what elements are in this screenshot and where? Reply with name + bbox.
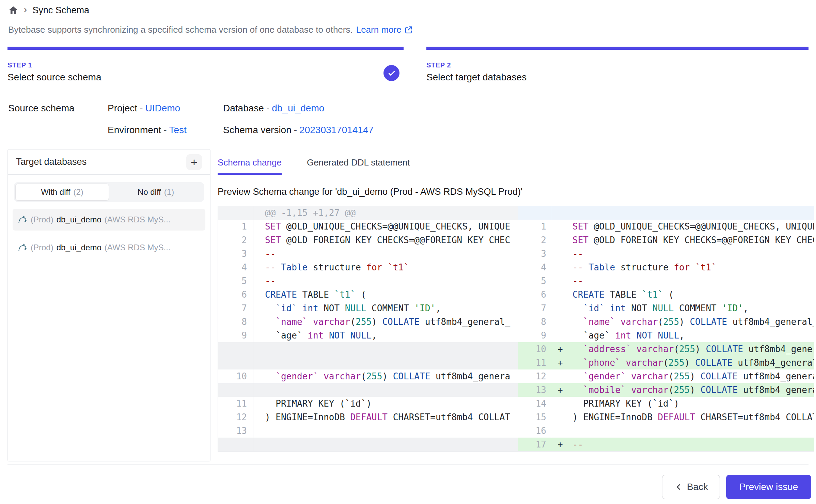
preview-issue-button[interactable]: Preview issue — [726, 475, 811, 499]
line-number: 9 — [518, 329, 552, 342]
code-line: -- — [568, 438, 814, 451]
line-number: 16 — [518, 424, 552, 438]
code-line — [253, 424, 518, 438]
code-line: -- — [253, 274, 518, 288]
tab-no-diff[interactable]: No diff(1) — [109, 184, 203, 201]
line-number: 12 — [218, 410, 253, 424]
code-line: -- — [253, 247, 518, 261]
diff-pane-modified: 1SET @OLD_UNIQUE_CHECKS=@@UNIQUE_CHECKS,… — [518, 206, 814, 451]
schema-version-link[interactable]: 20230317014147 — [299, 125, 374, 135]
diff-pane-original: @@ -1,15 +1,27 @@1SET @OLD_UNIQUE_CHECKS… — [218, 206, 518, 451]
line-number — [218, 438, 253, 451]
diff-line: 3-- — [518, 247, 814, 261]
tab-schema-change[interactable]: Schema change — [218, 157, 282, 175]
diff-line: 11 PRIMARY KEY (`id`) — [218, 397, 518, 410]
line-number: 10 — [518, 342, 552, 356]
diff-add-marker — [552, 397, 568, 410]
line-number: 17 — [518, 438, 552, 451]
description-text: Bytebase supports synchronizing a specif… — [8, 25, 353, 35]
code-line: `mobile` varchar(255) COLLATE utf8mb4_ge… — [568, 383, 814, 397]
db-name: db_ui_demo — [57, 243, 101, 252]
code-line: PRIMARY KEY (`id`) — [568, 397, 814, 410]
add-target-database-button[interactable]: + — [186, 154, 202, 170]
back-button[interactable]: Back — [662, 475, 720, 499]
diff-line: 13 — [218, 424, 518, 438]
line-number: 10 — [218, 369, 253, 383]
breadcrumb: › Sync Schema — [8, 5, 89, 16]
diff-line: 10 `gender` varchar(255) COLLATE utf8mb4… — [218, 369, 518, 383]
code-line: `phone` varchar(255) COLLATE utf8mb4_gen… — [568, 356, 814, 369]
diff-line: 11+ `phone` varchar(255) COLLATE utf8mb4… — [518, 356, 814, 369]
diff-line: 1SET @OLD_UNIQUE_CHECKS=@@UNIQUE_CHECKS,… — [218, 220, 518, 233]
code-line — [253, 383, 518, 397]
database-link[interactable]: db_ui_demo — [272, 103, 324, 113]
code-line: ) ENGINE=InnoDB DEFAULT CHARSET=utf8mb4 … — [568, 410, 814, 424]
diff-add-marker — [552, 261, 568, 274]
line-number: 8 — [218, 315, 253, 329]
line-number: 6 — [518, 288, 552, 301]
target-database-item[interactable]: (Prod) db_ui_demo (AWS RDS MyS... — [13, 209, 205, 231]
diff-line: 6CREATE TABLE `t1` ( — [518, 288, 814, 301]
line-number: 4 — [518, 261, 552, 274]
tab-with-diff[interactable]: With diff(2) — [15, 184, 109, 201]
diff-add-marker — [552, 247, 568, 261]
db-environment: (Prod) — [31, 215, 53, 224]
code-line: `name` varchar(255) COLLATE utf8mb4_gene… — [568, 315, 814, 329]
line-number: 2 — [518, 233, 552, 247]
diff-add-marker — [552, 301, 568, 315]
diff-line: 9 `age` int NOT NULL, — [218, 329, 518, 342]
code-line: `name` varchar(255) COLLATE utf8mb4_gene… — [253, 315, 518, 329]
line-number: 6 — [218, 288, 253, 301]
environment-link[interactable]: Test — [169, 125, 187, 135]
diff-add-marker — [552, 410, 568, 424]
diff-add-marker — [552, 206, 568, 220]
line-number — [218, 356, 253, 369]
line-number: 4 — [218, 261, 253, 274]
source-project-field: Project-UIDemo — [108, 102, 223, 114]
diff-line: 2SET @OLD_FOREIGN_KEY_CHECKS=@@FOREIGN_K… — [218, 233, 518, 247]
code-line: `gender` varchar(255) COLLATE utf8mb4_ge… — [253, 369, 518, 383]
line-number: 11 — [518, 356, 552, 369]
step-2: STEP 2 Select target databases — [426, 47, 809, 83]
step-2-progress-bar — [426, 47, 809, 50]
diff-line: 13+ `mobile` varchar(255) COLLATE utf8mb… — [518, 383, 814, 397]
diff-line: 1SET @OLD_UNIQUE_CHECKS=@@UNIQUE_CHECKS,… — [518, 220, 814, 233]
code-line: ) ENGINE=InnoDB DEFAULT CHARSET=utf8mb4 … — [253, 410, 518, 424]
line-number: 7 — [218, 301, 253, 315]
schema-diff-editor[interactable]: @@ -1,15 +1,27 @@1SET @OLD_UNIQUE_CHECKS… — [218, 206, 814, 452]
line-number: 7 — [518, 301, 552, 315]
diff-line: 7 `id` int NOT NULL COMMENT 'ID', — [518, 301, 814, 315]
line-number: 12 — [518, 369, 552, 383]
diff-add-marker: + — [552, 356, 568, 369]
code-line: -- — [568, 247, 814, 261]
diff-line: 4-- Table structure for `t1` — [218, 261, 518, 274]
db-instance: (AWS RDS MyS... — [105, 243, 171, 252]
project-link[interactable]: UIDemo — [145, 103, 180, 113]
diff-line — [218, 383, 518, 397]
line-number: 13 — [518, 383, 552, 397]
preview-tabs: Schema change Generated DDL statement — [218, 157, 410, 175]
code-line — [253, 438, 518, 451]
home-icon[interactable] — [8, 5, 18, 15]
line-number: 8 — [518, 315, 552, 329]
target-database-item[interactable]: (Prod) db_ui_demo (AWS RDS MyS... — [13, 237, 205, 258]
line-number: 3 — [218, 247, 253, 261]
diff-line: 8 `name` varchar(255) COLLATE utf8mb4_ge… — [218, 315, 518, 329]
diff-line: 15) ENGINE=InnoDB DEFAULT CHARSET=utf8mb… — [518, 410, 814, 424]
tab-generated-ddl[interactable]: Generated DDL statement — [307, 157, 410, 175]
diff-line — [218, 356, 518, 369]
code-line: SET @OLD_FOREIGN_KEY_CHECKS=@@FOREIGN_KE… — [568, 233, 814, 247]
diff-line: 9 `age` int NOT NULL, — [518, 329, 814, 342]
diff-line: 2SET @OLD_FOREIGN_KEY_CHECKS=@@FOREIGN_K… — [518, 233, 814, 247]
diff-add-marker — [552, 220, 568, 233]
diff-line: 14 PRIMARY KEY (`id`) — [518, 397, 814, 410]
db-environment: (Prod) — [31, 243, 53, 252]
mysql-icon — [17, 242, 28, 253]
line-number: 1 — [518, 220, 552, 233]
code-line: SET @OLD_UNIQUE_CHECKS=@@UNIQUE_CHECKS, … — [568, 220, 814, 233]
breadcrumb-chevron-icon: › — [24, 4, 27, 15]
diff-line: 8 `name` varchar(255) COLLATE utf8mb4_ge… — [518, 315, 814, 329]
diff-add-marker — [552, 369, 568, 383]
learn-more-link[interactable]: Learn more — [356, 25, 413, 35]
line-number: 11 — [218, 397, 253, 410]
